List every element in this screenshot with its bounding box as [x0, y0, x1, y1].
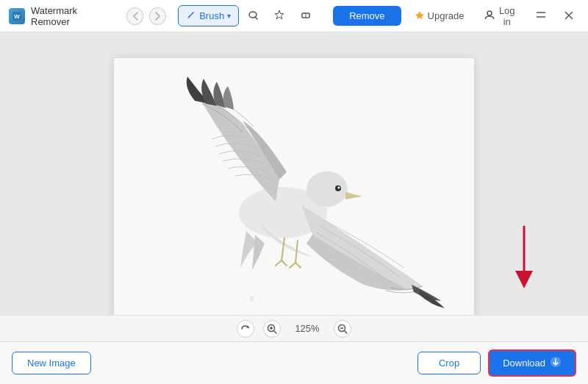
seagull-image: ©	[114, 58, 474, 316]
titlebar-right: Upgrade Log in	[407, 1, 579, 31]
login-button[interactable]: Log in	[477, 1, 523, 31]
zoom-in-button[interactable]	[263, 320, 281, 338]
user-icon	[484, 10, 495, 22]
nav-forward-button[interactable]	[149, 7, 166, 25]
svg-line-3	[255, 17, 257, 19]
zoom-bar: 125%	[0, 315, 588, 341]
brush-tool-button[interactable]: Brush ▾	[178, 5, 239, 26]
upgrade-button[interactable]: Upgrade	[407, 6, 472, 26]
download-label: Download	[503, 358, 545, 369]
app-logo: W	[9, 8, 25, 24]
window-close-button[interactable]	[559, 6, 579, 26]
download-button[interactable]: Download	[488, 349, 576, 377]
image-container[interactable]: ©	[114, 58, 474, 316]
eraser-tool-button[interactable]	[293, 6, 318, 26]
upgrade-label: Upgrade	[428, 10, 465, 21]
ai-tool-button[interactable]	[267, 6, 292, 26]
titlebar: W Watermark Remover Brush ▾	[0, 0, 588, 32]
svg-marker-4	[275, 10, 284, 19]
zoom-level: 125%	[290, 323, 325, 334]
nav-back-button[interactable]	[126, 7, 143, 25]
svg-point-17	[338, 187, 340, 189]
bottom-bar: New Image Crop Download	[0, 341, 588, 384]
svg-marker-7	[415, 11, 424, 19]
bottom-right-actions: Crop Download	[417, 349, 576, 377]
crop-button[interactable]: Crop	[417, 352, 481, 374]
tools-group: Brush ▾	[178, 5, 318, 26]
canvas-area: ©	[0, 32, 588, 341]
svg-text:W: W	[14, 13, 20, 20]
new-image-button[interactable]: New Image	[12, 352, 91, 374]
remove-button[interactable]: Remove	[333, 6, 401, 26]
svg-text:©: ©	[250, 296, 254, 302]
red-arrow-annotation	[506, 222, 542, 291]
brush-chevron-icon: ▾	[227, 12, 231, 20]
login-label: Log in	[498, 5, 516, 27]
lasso-icon	[248, 10, 258, 22]
eraser-icon	[301, 10, 311, 22]
star-icon	[274, 10, 284, 22]
window-menu-button[interactable]	[529, 6, 553, 26]
brush-icon	[186, 10, 196, 22]
svg-rect-13	[114, 58, 474, 316]
svg-line-22	[274, 330, 277, 333]
download-icon	[550, 356, 562, 370]
svg-point-15	[306, 171, 348, 207]
upgrade-icon	[415, 10, 425, 22]
svg-point-8	[487, 11, 492, 15]
zoom-out-button[interactable]	[334, 320, 351, 338]
svg-line-26	[345, 330, 348, 333]
app-title: Watermark Remover	[31, 5, 115, 27]
brush-label: Brush	[199, 10, 224, 21]
lasso-tool-button[interactable]	[240, 6, 265, 26]
zoom-reset-button[interactable]	[237, 320, 254, 338]
